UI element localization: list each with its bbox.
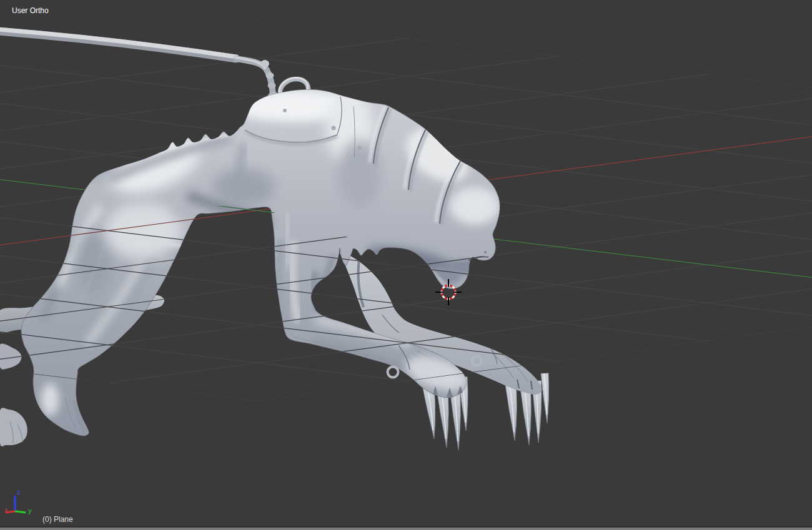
svg-text:y: y xyxy=(28,507,32,514)
svg-text:User Ortho: User Ortho xyxy=(12,6,49,15)
svg-text:z: z xyxy=(17,488,21,496)
svg-text:x: x xyxy=(4,506,8,514)
svg-text:(0) Plane: (0) Plane xyxy=(42,515,73,524)
